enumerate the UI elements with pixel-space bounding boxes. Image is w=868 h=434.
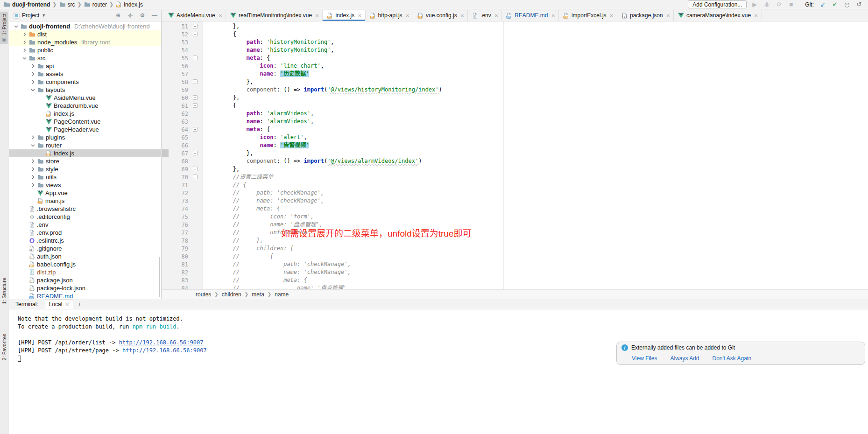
tree-item-plugins[interactable]: plugins	[9, 133, 161, 141]
tree-item-main.js[interactable]: JSmain.js	[9, 197, 161, 205]
chevron-right-icon[interactable]	[30, 175, 35, 180]
gutter-row[interactable]: 51	[162, 22, 203, 30]
breadcrumb-item[interactable]: router	[84, 1, 107, 8]
close-icon[interactable]: ✕	[358, 13, 361, 18]
chevron-down-icon[interactable]	[14, 24, 19, 29]
tree-item-package.json[interactable]: {;}package.json	[9, 276, 161, 284]
editor-tab-realtimemonitoring-index.vue[interactable]: realTimeMonitoring\index.vue✕	[226, 10, 323, 21]
tree-item-asidemenu.vue[interactable]: AsideMenu.vue	[9, 94, 161, 102]
gutter-row[interactable]: 71	[162, 181, 203, 189]
editor-tab-vue.config.js[interactable]: JSvue.config.js✕	[413, 10, 468, 21]
tree-item-public[interactable]: public	[9, 46, 161, 54]
code-line[interactable]: // {	[206, 252, 868, 260]
gutter-row[interactable]: 64	[162, 126, 203, 133]
code-line[interactable]: {	[206, 102, 868, 110]
tree-item-.env[interactable]: .env	[9, 221, 161, 229]
tree-item-utils[interactable]: utils	[9, 173, 161, 181]
chevron-right-icon[interactable]	[30, 182, 35, 188]
git-commit-icon[interactable]: ✔	[831, 0, 839, 9]
code-line[interactable]: component: () => import('@/views/alarmVi…	[206, 157, 868, 165]
close-icon[interactable]: ✕	[494, 13, 498, 18]
hide-panel-icon[interactable]: —	[151, 12, 158, 19]
code-line[interactable]: component: () => import('@/views/history…	[206, 86, 868, 94]
gutter-row[interactable]: 52	[162, 30, 203, 38]
breadcrumb-item[interactable]: JSindex.js	[116, 1, 143, 8]
gutter-row[interactable]: 69	[162, 165, 203, 173]
gutter-row[interactable]: 73	[162, 197, 203, 205]
terminal-url-link[interactable]: http://192.168.66.56:9007	[119, 339, 204, 346]
tree-item-.editorconfig[interactable]: ⚙.editorconfig	[9, 213, 161, 221]
fold-toggle-icon[interactable]	[193, 167, 198, 171]
tree-item-router[interactable]: router	[9, 141, 161, 149]
close-icon[interactable]: ✕	[315, 13, 319, 18]
gutter-row[interactable]: 53	[162, 38, 203, 46]
locate-file-icon[interactable]: ⊕	[114, 12, 122, 19]
tree-item-.browserslistrc[interactable]: .browserslistrc	[9, 205, 161, 213]
debug-bug-icon[interactable]	[762, 0, 771, 9]
gutter-row[interactable]: 62	[162, 110, 203, 118]
tree-item-pageheader.vue[interactable]: PageHeader.vue	[9, 126, 161, 133]
tree-item-pagecontent.vue[interactable]: PageContent.vue	[9, 118, 161, 126]
tree-item-auth.json[interactable]: {;}auth.json	[9, 252, 161, 260]
gutter-row[interactable]: 70	[162, 173, 203, 181]
editor-tab-asidemenu.vue[interactable]: AsideMenu.vue✕	[164, 10, 226, 21]
tool-window-favorites-button[interactable]: 2: Favorites	[0, 332, 8, 362]
tool-window-project-button[interactable]: 1: Project ▣	[0, 12, 8, 44]
add-configuration-button[interactable]: Add Configuration...	[688, 0, 747, 8]
code-line[interactable]: meta: {	[206, 54, 868, 62]
tree-item-layouts[interactable]: layouts	[9, 86, 161, 94]
breadcrumb-item[interactable]: duoji-frontend	[4, 1, 50, 8]
code-line[interactable]: },	[206, 165, 868, 173]
gutter-row[interactable]: 59	[162, 86, 203, 94]
tree-item-assets[interactable]: assets	[9, 70, 161, 78]
gutter-row[interactable]: 63	[162, 118, 203, 126]
gutter-row[interactable]: 80	[162, 252, 203, 260]
tree-item-dist.zip[interactable]: dist.zip	[9, 268, 161, 276]
editor-breadcrumb-item[interactable]: children	[222, 291, 241, 298]
chevron-right-icon[interactable]	[22, 48, 27, 53]
stop-icon[interactable]: ■	[787, 0, 795, 9]
fold-toggle-icon[interactable]	[193, 32, 198, 36]
tree-item-src[interactable]: src	[9, 54, 161, 62]
gutter-row[interactable]: 78	[162, 237, 203, 245]
gutter-row[interactable]: 57	[162, 70, 203, 78]
gutter-row[interactable]: 74	[162, 205, 203, 213]
chevron-right-icon[interactable]	[30, 71, 35, 77]
terminal-url-link[interactable]: http://192.168.66.56:9007	[122, 347, 207, 354]
close-icon[interactable]: ✕	[754, 13, 758, 18]
editor-tab-package.json[interactable]: {;}package.json✕	[617, 10, 674, 21]
code-line[interactable]: // meta: {	[206, 276, 868, 284]
new-terminal-session-button[interactable]: +	[78, 301, 82, 308]
tree-item-.env.prod[interactable]: .env.prod	[9, 229, 161, 237]
chevron-right-icon[interactable]	[30, 167, 35, 172]
editor-tab-index.js[interactable]: JSindex.js✕	[323, 10, 365, 21]
gutter-row[interactable]: 55	[162, 54, 203, 62]
code-line[interactable]: icon: 'line-chart',	[206, 62, 868, 70]
gutter-row[interactable]: 84	[162, 284, 203, 289]
close-icon[interactable]: ✕	[610, 13, 614, 18]
code-line[interactable]: path: 'historyMonitoring',	[206, 38, 868, 46]
code-lines[interactable]: }, { path: 'historyMonitoring', name: 'h…	[203, 21, 868, 289]
close-icon[interactable]: ✕	[460, 13, 464, 18]
fold-toggle-icon[interactable]	[193, 103, 198, 108]
gutter-row[interactable]: 83	[162, 276, 203, 284]
chevron-down-icon[interactable]	[30, 87, 35, 92]
gutter-row[interactable]: 68	[162, 157, 203, 165]
code-line[interactable]: // name: 'checkManage',	[206, 197, 868, 205]
tree-item-app.vue[interactable]: App.vue	[9, 189, 161, 197]
chevron-right-icon[interactable]	[22, 40, 27, 45]
editor-breadcrumb-item[interactable]: meta	[252, 291, 264, 298]
code-line[interactable]: {	[206, 30, 868, 38]
gutter-row[interactable]: 65	[162, 133, 203, 141]
code-line[interactable]: // path: 'checkManage',	[206, 189, 868, 197]
tree-item-dist[interactable]: dist	[9, 30, 161, 38]
settings-gear-icon[interactable]: ⚙	[139, 12, 146, 19]
tree-item-api[interactable]: api	[9, 62, 161, 70]
tree-item-.gitignore[interactable]: .gitignore	[9, 245, 161, 252]
tree-item-.eslintrc.js[interactable]: .eslintrc.js	[9, 237, 161, 245]
run-with-coverage-icon[interactable]: ⟳	[775, 0, 783, 9]
fold-toggle-icon[interactable]	[193, 95, 198, 100]
tree-item-duoji-frontend[interactable]: duoji-frontendD:\zheheWeb\duoji-frontend	[9, 22, 161, 30]
git-rollback-icon[interactable]: ↺	[855, 0, 863, 9]
close-icon[interactable]: ✕	[551, 13, 555, 18]
